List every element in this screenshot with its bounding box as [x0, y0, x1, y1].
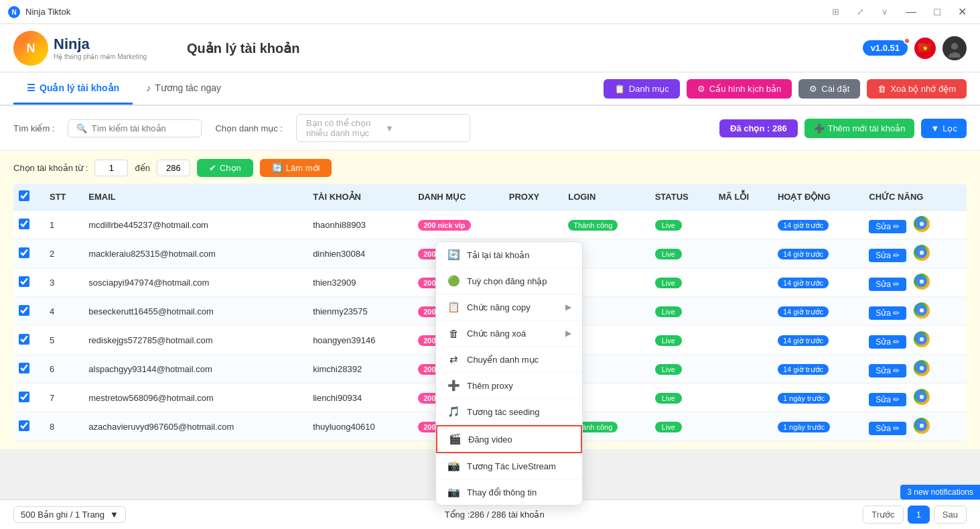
row-chucNang: Sửa ✏ — [863, 211, 967, 239]
page-size-select[interactable]: 500 Bản ghi / 1 Trang ▼ — [13, 506, 126, 523]
tab-quan-ly[interactable]: ☰ Quản lý tài khoản — [13, 72, 133, 105]
xoa-bo-nho-button[interactable]: 🗑 Xoá bộ nhớ đệm — [867, 79, 967, 99]
chrome-button[interactable] — [914, 360, 930, 376]
category-select[interactable]: Bạn có thể chọn nhiều danh mục ▼ — [296, 114, 470, 142]
ctx-item-tuy-chon[interactable]: 🟢 Tuỳ chọn đăng nhập — [436, 268, 582, 294]
row-email: mackleraiu825315@hotmail.com — [83, 239, 307, 268]
sua-button[interactable]: Sửa ✏ — [869, 220, 906, 233]
notification-bar[interactable]: 3 new notifications — [900, 485, 980, 499]
expand-icon: ∨ — [876, 5, 894, 18]
next-button[interactable]: Sau — [934, 506, 967, 524]
header-checkbox[interactable] — [13, 184, 44, 211]
chrome-button[interactable] — [914, 245, 930, 261]
row-maLoi — [713, 326, 772, 355]
ctx-icon-thay-doi-thong-tin: 📷 — [447, 485, 460, 499]
cau-hinh-button[interactable]: ⚙ Cấu hình kịch bản — [687, 79, 792, 99]
ctx-label-tai-lai: Tải lại tài khoản — [467, 250, 529, 260]
search-icon: 🔍 — [76, 123, 87, 133]
toolbar-left: Tìm kiếm : 🔍 Chọn danh mục : Bạn có thể … — [13, 114, 470, 142]
add-account-button[interactable]: ➕ Thêm mới tài khoản — [804, 119, 915, 138]
ctx-label-dang-video: Đăng video — [468, 434, 512, 445]
sua-button[interactable]: Sửa ✏ — [869, 306, 906, 320]
chrome-button[interactable] — [914, 302, 930, 318]
minimize-button[interactable]: — — [900, 5, 922, 19]
range-to-input[interactable] — [157, 160, 190, 176]
row-checkbox[interactable] — [13, 211, 44, 239]
ctx-item-tuong-tac-seeding[interactable]: 🎵 Tương tác seeding — [436, 399, 582, 425]
row-hoatDong: 1 ngày trước — [772, 412, 863, 441]
sua-button[interactable]: Sửa ✏ — [869, 364, 906, 377]
row-maLoi — [713, 297, 772, 326]
ctx-item-dang-video[interactable]: 🎬 Đăng video — [436, 425, 582, 453]
tabs: ☰ Quản lý tài khoản ♪ Tương tác ngay — [13, 72, 234, 105]
svg-point-20 — [920, 395, 924, 399]
row-stt: 2 — [44, 239, 83, 268]
danh-muc-button[interactable]: 📋 Danh mục — [604, 79, 680, 99]
chrome-button[interactable] — [914, 389, 930, 405]
ctx-label-chuc-nang-copy: Chức năng copy — [467, 302, 531, 312]
row-account: thien32909 — [307, 268, 413, 297]
lammoi-button[interactable]: 🔄 Làm mới — [260, 159, 332, 177]
chrome-button[interactable] — [914, 274, 930, 290]
row-email: alspachgyy93144@hotmail.com — [83, 355, 307, 384]
row-category: 200 nick vip — [413, 211, 504, 239]
app-icon: N — [8, 6, 20, 18]
ctx-label-tuong-tac-livestream: Tương Tác LiveStream — [467, 461, 556, 471]
filter-icon: ▼ — [930, 123, 939, 133]
ctx-item-chuyen-danh-muc[interactable]: ⇄ Chuyển danh mục — [436, 347, 582, 373]
tab-quan-ly-label: Quản lý tài khoản — [40, 82, 119, 93]
ctx-item-chuc-nang-xoa[interactable]: 🗑 Chức năng xoá ▶ — [436, 320, 582, 347]
ctx-item-chuc-nang-copy[interactable]: 📋 Chức năng copy ▶ — [436, 294, 582, 320]
maximize-button[interactable]: □ — [928, 5, 946, 19]
tab-bar: ☰ Quản lý tài khoản ♪ Tương tác ngay 📋 D… — [0, 72, 980, 106]
svg-text:N: N — [27, 42, 36, 55]
tab-tuong-tac[interactable]: ♪ Tương tác ngay — [133, 72, 234, 105]
sua-button[interactable]: Sửa ✏ — [869, 278, 906, 291]
search-toolbar: Tìm kiếm : 🔍 Chọn danh mục : Bạn có thể … — [0, 106, 980, 151]
sua-button[interactable]: Sửa ✏ — [869, 393, 906, 406]
notif-dot — [904, 38, 910, 44]
row-stt: 5 — [44, 326, 83, 355]
row-login: Thành công — [563, 211, 650, 239]
row-stt: 7 — [44, 384, 83, 412]
ctx-item-tai-lai[interactable]: 🔄 Tải lại tài khoản — [436, 242, 582, 268]
row-checkbox[interactable] — [13, 412, 44, 441]
select-all-checkbox[interactable] — [19, 190, 29, 201]
range-from-input[interactable] — [94, 160, 128, 176]
ctx-item-them-proxy[interactable]: ➕ Thêm proxy — [436, 373, 582, 399]
row-checkbox[interactable] — [13, 384, 44, 412]
row-status: Live — [650, 355, 713, 384]
row-maLoi — [713, 384, 772, 412]
chrome-button[interactable] — [914, 418, 930, 434]
context-menu: 🔄 Tải lại tài khoản 🟢 Tuỳ chọn đăng nhập… — [435, 241, 583, 506]
filter-button[interactable]: ▼ Lọc — [921, 119, 967, 138]
row-checkbox[interactable] — [13, 326, 44, 355]
search-input[interactable] — [91, 123, 198, 133]
close-button[interactable]: ✕ — [953, 4, 972, 19]
svg-point-8 — [920, 222, 924, 226]
ctx-item-tuong-tac-livestream[interactable]: 📸 Tương Tác LiveStream — [436, 453, 582, 479]
row-hoatDong: 14 giờ trước — [772, 211, 863, 239]
chon-button[interactable]: ✔ Chọn — [197, 159, 253, 177]
sua-button[interactable]: Sửa ✏ — [869, 422, 906, 435]
row-checkbox[interactable] — [13, 239, 44, 268]
select-label: Chọn tài khoản từ : — [13, 163, 88, 173]
row-checkbox[interactable] — [13, 355, 44, 384]
row-checkbox[interactable] — [13, 268, 44, 297]
table-header-row: STT EMAIL TÀI KHOẢN DANH MỤC PROXY LOGIN… — [13, 184, 967, 211]
page-1-button[interactable]: 1 — [908, 506, 930, 524]
ctx-label-chuyen-danh-muc: Chuyển danh mục — [467, 355, 539, 365]
ctx-item-thay-doi-thong-tin[interactable]: 📷 Thay đổi thông tin — [436, 479, 582, 505]
table-row: 1 mcdillrbe445237@hotmail.com thaonhi889… — [13, 211, 967, 239]
sua-button[interactable]: Sửa ✏ — [869, 335, 906, 349]
sua-button[interactable]: Sửa ✏ — [869, 249, 906, 262]
chrome-button[interactable] — [914, 216, 930, 232]
cai-dat-button[interactable]: ⚙ Cài đặt — [798, 79, 860, 99]
row-checkbox[interactable] — [13, 297, 44, 326]
search-box[interactable]: 🔍 — [68, 119, 202, 137]
header-stt: STT — [44, 184, 83, 211]
chrome-button[interactable] — [914, 331, 930, 347]
chon-icon: ✔ — [209, 163, 216, 173]
svg-point-16 — [920, 337, 924, 341]
prev-button[interactable]: Trước — [863, 506, 903, 524]
